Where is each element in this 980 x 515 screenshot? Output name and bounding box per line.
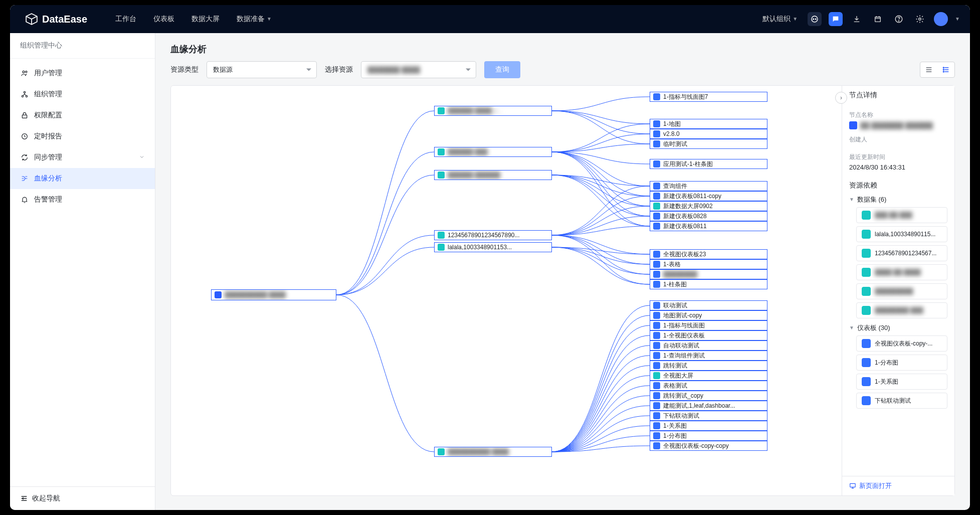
lineage-node[interactable]: 新建仪表板0811 — [650, 221, 767, 231]
lineage-node[interactable]: 应用测试-1-柱条图 — [650, 159, 767, 169]
lineage-node[interactable]: 1-指标与线面图7 — [650, 92, 767, 102]
chat-icon[interactable] — [829, 12, 843, 26]
lineage-node[interactable]: 跳转测试 — [650, 361, 767, 371]
dep-item[interactable]: 下钻联动测试 — [856, 393, 947, 409]
lineage-node[interactable]: ██████████ ████ — [434, 447, 552, 457]
dep-item-label: 下钻联动测试 — [875, 397, 911, 405]
node-label: ██████ ██████ — [448, 171, 500, 179]
sidebar-item-label: 同步管理 — [34, 153, 62, 162]
lineage-node[interactable]: 新建数据大屏0902 — [650, 201, 767, 211]
lineage-node[interactable]: 表格测试 — [650, 381, 767, 391]
lineage-node[interactable]: 查询组件 — [650, 181, 767, 191]
dashboard-icon — [653, 442, 660, 449]
lineage-node[interactable]: 1-地图 — [650, 119, 767, 129]
lineage-node[interactable]: 全视图仪表板23 — [650, 249, 767, 259]
list-view-button[interactable] — [920, 62, 937, 77]
lineage-node[interactable]: 自动联动测试 — [650, 340, 767, 351]
group-dataset[interactable]: ▼数据集 (6) — [849, 195, 947, 204]
dep-item[interactable]: ████████ ███ — [856, 302, 947, 318]
sidebar-item-schedule[interactable]: 定时报告 — [10, 126, 155, 147]
tree-view-button[interactable] — [937, 62, 954, 77]
dep-item[interactable]: 1-分布图 — [856, 355, 947, 371]
resource-select[interactable]: ███████ ████ — [361, 61, 476, 78]
dataset-icon — [862, 211, 871, 220]
dataset-icon — [438, 232, 445, 239]
dep-item[interactable]: 1-关系图 — [856, 374, 947, 390]
logo[interactable]: DataEase — [25, 13, 87, 26]
collapse-nav[interactable]: 收起导航 — [10, 486, 155, 510]
lineage-node[interactable]: 12345678901234567890... — [434, 230, 552, 240]
svg-point-8 — [919, 18, 921, 21]
dep-item[interactable]: 12345678901234567... — [856, 245, 947, 261]
avatar[interactable] — [934, 12, 948, 26]
lineage-node[interactable]: 临时测试 — [650, 139, 767, 149]
lineage-node[interactable]: 全视图大屏 — [650, 371, 767, 381]
dataset-icon — [438, 148, 445, 155]
lineage-node[interactable]: 新建仪表板0828 — [650, 211, 767, 221]
dep-item[interactable]: lalala,100334890115... — [856, 226, 947, 242]
dep-item[interactable]: █████████ — [856, 283, 947, 299]
lineage-node[interactable]: 1-查询组件测试 — [650, 351, 767, 361]
dep-item[interactable]: ████ ██ ████ — [856, 264, 947, 280]
ai-icon[interactable] — [808, 12, 822, 26]
lineage-node[interactable]: 新建仪表板0811-copy — [650, 191, 767, 201]
lineage-node[interactable]: 全视图仪表板-copy-copy — [650, 441, 767, 451]
lineage-node[interactable]: ████████ — [650, 269, 767, 279]
sidebar-item-alert[interactable]: 告警管理 — [10, 189, 155, 210]
lineage-node[interactable]: 1-柱条图 — [650, 279, 767, 289]
lineage-node[interactable]: 联动测试 — [650, 300, 767, 310]
sidebar-item-lineage[interactable]: 血缘分析 — [10, 168, 155, 189]
org-icon — [20, 90, 29, 99]
help-icon[interactable] — [892, 12, 906, 26]
node-label: 表格测试 — [663, 382, 687, 390]
node-label: 1-指标与线面图7 — [663, 93, 708, 101]
view-toggle — [920, 62, 955, 78]
org-selector[interactable]: 默认组织▼ — [762, 15, 798, 24]
nav-workbench[interactable]: 工作台 — [115, 15, 136, 24]
lineage-node[interactable]: lalala,1003348901153... — [434, 242, 552, 252]
panel-collapse-button[interactable]: › — [835, 92, 847, 104]
lineage-node[interactable]: 下钻联动测试 — [650, 411, 767, 421]
svg-point-18 — [943, 71, 944, 72]
sidebar-item-sync[interactable]: 同步管理 — [10, 147, 155, 168]
lineage-node[interactable]: 1-指标与线面图 — [650, 320, 767, 330]
dep-item[interactable]: 全视图仪表板-copy-... — [856, 335, 947, 352]
calendar-icon[interactable] — [871, 12, 885, 26]
dashboard-icon — [653, 432, 660, 439]
sidebar-item-org[interactable]: 组织管理 — [10, 84, 155, 105]
lineage-node[interactable]: ██████ ██████ — [434, 170, 552, 180]
lineage-node[interactable]: 1-关系图 — [650, 421, 767, 431]
lineage-node[interactable]: 1-表格 — [650, 259, 767, 269]
lineage-node[interactable]: 建能测试,1,leaf,dashboar... — [650, 401, 767, 411]
nav-dataprep[interactable]: 数据准备▼ — [237, 15, 272, 24]
dashboard-icon — [862, 339, 871, 348]
lineage-node[interactable]: ██████ ███ — [434, 147, 552, 157]
node-label: 新建数据大屏0902 — [663, 202, 713, 211]
lineage-canvas[interactable]: ██████████ ████ ██████ ████,1...██████ █… — [171, 86, 842, 495]
dep-item[interactable]: ███ ██ ███ — [856, 207, 947, 223]
lineage-node[interactable]: ██████ ████,1... — [434, 106, 552, 116]
dashboard-icon — [862, 358, 871, 367]
open-new-page[interactable]: 新页面打开 — [842, 476, 954, 495]
sidebar-item-permission[interactable]: 权限配置 — [10, 105, 155, 126]
dataset-icon — [438, 171, 445, 179]
root-node[interactable]: ██████████ ████ — [211, 289, 336, 300]
sidebar-item-users[interactable]: 用户管理 — [10, 63, 155, 84]
resource-type-select[interactable]: 数据源 — [207, 61, 317, 78]
lineage-node[interactable]: 1-分布图 — [650, 431, 767, 441]
lineage-node[interactable]: 地图测试-copy — [650, 310, 767, 320]
node-label: 1-指标与线面图 — [663, 321, 705, 330]
svg-point-16 — [943, 67, 944, 68]
settings-icon[interactable] — [913, 12, 927, 26]
lineage-node[interactable]: v2.8.0 — [650, 129, 767, 139]
query-button[interactable]: 查询 — [484, 61, 520, 78]
node-label: 自动联动测试 — [663, 341, 699, 350]
lineage-node[interactable]: 跳转测试_copy — [650, 391, 767, 401]
download-icon[interactable] — [850, 12, 864, 26]
nav-dashboard[interactable]: 仪表板 — [153, 15, 174, 24]
nav-datascreen[interactable]: 数据大屏 — [191, 15, 220, 24]
user-menu-caret[interactable]: ▼ — [955, 16, 960, 22]
lineage-node[interactable]: 1-全视图仪表板 — [650, 330, 767, 340]
node-label: lalala,1003348901153... — [448, 244, 512, 251]
group-dashboard[interactable]: ▼仪表板 (30) — [849, 323, 947, 332]
